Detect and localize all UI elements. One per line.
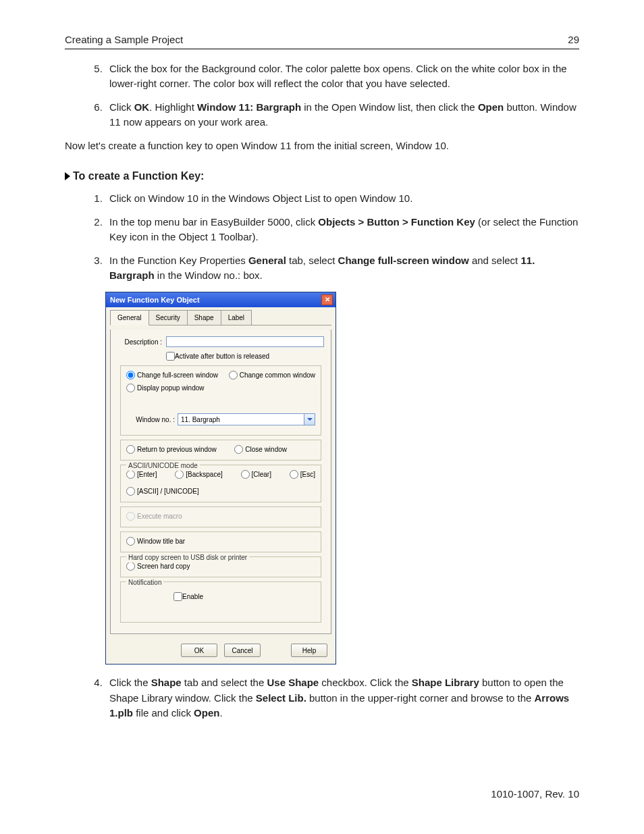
description-label: Description : — [117, 337, 166, 347]
hardcopy-group-legend: Hard copy screen to USB disk or printer — [126, 552, 249, 563]
dialog-title: New Function Key Object — [110, 294, 200, 306]
ascii-group-legend: ASCII/UNICODE mode — [126, 461, 200, 471]
radio-ascii-unicode[interactable]: [ASCII] / [UNICODE] — [126, 486, 199, 496]
radio-window-titlebar[interactable]: Window title bar — [126, 536, 315, 546]
help-button[interactable]: Help — [291, 644, 327, 657]
radio-popup[interactable]: Display popup window — [126, 383, 205, 393]
steps-list-b: Click on Window 10 in the Windows Object… — [65, 191, 579, 284]
cancel-button[interactable]: Cancel — [224, 644, 261, 657]
radio-fullscreen[interactable]: Change full-screen window — [126, 370, 218, 380]
header-page-number: 29 — [568, 32, 579, 48]
tab-general-page: Description : Activate after button is r… — [110, 330, 331, 634]
notification-enable-label: Enable — [182, 592, 203, 602]
tab-security[interactable]: Security — [149, 310, 188, 325]
steps-list-c: Click the Shape tab and select the Use S… — [65, 675, 579, 721]
window-no-combo[interactable] — [178, 413, 315, 425]
activate-checkbox[interactable] — [166, 352, 175, 361]
tab-shape[interactable]: Shape — [187, 310, 221, 325]
tab-label[interactable]: Label — [221, 310, 252, 325]
radio-enter[interactable]: [Enter] — [126, 469, 157, 479]
window-no-input[interactable] — [178, 413, 304, 425]
bridge-paragraph: Now let's create a function key to open … — [65, 138, 579, 154]
dialog-titlebar[interactable]: New Function Key Object ✕ — [106, 292, 336, 308]
notification-enable-checkbox[interactable] — [173, 592, 182, 601]
ascii-group: ASCII/UNICODE mode [Enter] [Backspace] [… — [120, 465, 321, 502]
step-b1: Click on Window 10 in the Windows Object… — [105, 191, 579, 207]
activate-label: Activate after button is released — [175, 351, 269, 361]
page-header: Creating a Sample Project 29 — [65, 32, 579, 49]
step-b3: In the Function Key Properties General t… — [105, 253, 579, 284]
page-footer: 1010-1007, Rev. 10 — [491, 787, 579, 802]
hardcopy-group: Hard copy screen to USB disk or printer … — [120, 556, 321, 577]
return-close-group: Return to previous window Close window — [120, 440, 321, 461]
radio-close-window[interactable]: Close window — [234, 444, 287, 454]
step-b2: In the top menu bar in EasyBuilder 5000,… — [105, 215, 579, 245]
description-input[interactable] — [166, 336, 324, 347]
triangle-icon — [65, 172, 70, 180]
notification-legend: Notification — [126, 577, 163, 588]
dialog-button-bar: OK Cancel Help — [110, 640, 331, 658]
radio-execute-macro: Execute macro — [126, 511, 315, 521]
function-key-dialog: New Function Key Object ✕ General Securi… — [105, 292, 336, 665]
dialog-tabs: General Security Shape Label — [110, 310, 331, 325]
step-c4: Click the Shape tab and select the Use S… — [105, 675, 579, 721]
tab-general[interactable]: General — [110, 310, 149, 325]
window-mode-group: Change full-screen window Change common … — [120, 365, 321, 436]
titlebar-group: Window title bar — [120, 531, 321, 552]
step-5: Click the box for the Background color. … — [105, 61, 579, 92]
section-heading: To create a Function Key: — [65, 168, 579, 184]
step-6: Click OK. Highlight Window 11: Bargraph … — [105, 100, 579, 130]
radio-clear[interactable]: [Clear] — [241, 469, 271, 479]
macro-group: Execute macro — [120, 506, 321, 527]
radio-backspace[interactable]: [Backspace] — [175, 469, 222, 479]
chevron-down-icon[interactable] — [304, 413, 315, 425]
window-no-label: Window no. : — [126, 415, 178, 425]
radio-common[interactable]: Change common window — [229, 370, 315, 380]
steps-list-a: Click the box for the Background color. … — [65, 61, 579, 130]
ok-button[interactable]: OK — [181, 644, 217, 657]
radio-screen-hardcopy[interactable]: Screen hard copy — [126, 561, 315, 571]
radio-esc[interactable]: [Esc] — [290, 469, 315, 479]
close-icon[interactable]: ✕ — [321, 294, 333, 305]
notification-group: Notification Enable — [120, 581, 321, 623]
radio-return-prev[interactable]: Return to previous window — [126, 444, 217, 454]
header-title: Creating a Sample Project — [65, 32, 183, 48]
